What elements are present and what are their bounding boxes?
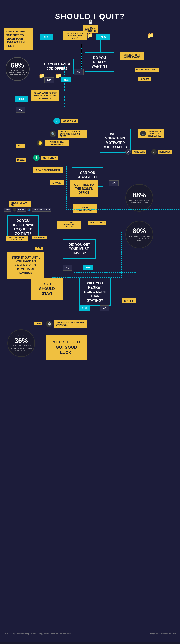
dream-label: DREAM (17, 208, 26, 212)
stat-36-prefix: ONLY (19, 334, 24, 336)
but-you-did-label: BUT YOU DID CLICK ON THIS, SO MAYBE... (54, 320, 87, 328)
you-should-go-box: YOU SHOULD GO! GOOD LUCK! (46, 335, 87, 360)
you-should-stay-box: YOU SHOULD STAY! (31, 278, 63, 300)
stat-69-desc: OF WORKERS ARE SEEKING A NEW JOB OR ARE … (6, 69, 29, 76)
yes-but-label: YES, BUT I LIKE WHERE I WORK (120, 52, 144, 60)
balance-icon: ⚖️ (140, 131, 146, 136)
really-want-quit: REALLY WANT TO QUIT WITH NO JOB, IN THIS… (31, 90, 59, 101)
content: SHOULD I QUIT? 🖱️ YOU CLICKED ON THIS RI… (0, 4, 180, 638)
yes-button-2[interactable]: YES (97, 34, 110, 40)
more-cons-label: MORE CONS (132, 150, 146, 154)
will-you-regret: WILL YOU REGRET GOING MORE THAN STAYING? (79, 278, 111, 306)
then-label: THEN (35, 246, 43, 250)
source-text: Sources: Corporate Leadership Council, G… (4, 633, 70, 635)
yes-button-1[interactable]: YES (40, 34, 53, 40)
check-icon-2: ✓ (151, 149, 157, 154)
h-arrow-1 (52, 36, 63, 36)
did-boss-box: DID YOUR BOSS SEND YOU THIS LINK? (63, 31, 87, 40)
cursor-icon: 🖱️ (83, 19, 98, 24)
get-thee-box: GET THEE TO THE BOSS'S OFFICE (70, 180, 98, 197)
folder-2: 📁 (148, 32, 154, 38)
sig-other-row: 👤 SIGNIFICANT OTHER (27, 208, 51, 212)
checkmark-icon: ✓ (53, 118, 60, 124)
good-point-row: ✓ GOOD POINT (53, 118, 78, 124)
start-job-hunt-label: START THE JOB HUNT UNTIL YOU HAVE AN OFF… (58, 130, 87, 138)
stat-36-desc: HAVE A HIGH LEVEL OF INTENT TO STAY IN T… (8, 345, 35, 352)
cloud-icon: ☁ (13, 208, 16, 212)
boss-nightmare-label: MY BOSS IS A NIGHTMARE (45, 140, 69, 146)
not-really: NOT REALLY (32, 236, 47, 240)
no-label-1: NO (74, 69, 83, 75)
no-must-haves: NO (63, 265, 72, 271)
then-2-label: THEN (34, 322, 42, 326)
mo-money-label: MO' MONEY! (41, 156, 58, 160)
not-sure: NOT SURE (138, 77, 151, 81)
x-icon: ✕ (125, 149, 131, 154)
stat-69-number: 69% (11, 62, 24, 69)
no-regret: NO (100, 306, 109, 311)
smiley-icon: 😐 (37, 140, 43, 146)
more-cons-row: ✕ MORE CONS (125, 149, 146, 154)
mouse-icon-2: 🖱️ (46, 321, 53, 327)
dream-row: ☁ DREAM (13, 208, 26, 212)
make-lists-label: MAKE LISTS TO SEE IF THERE ARE... (147, 130, 162, 137)
folder-3: 📁 (39, 73, 45, 79)
but-label: BUT... (16, 144, 25, 148)
i-must-follow: I MUST FOLLOW MY... (9, 200, 31, 207)
boss-nightmare-row: 😐 MY BOSS IS A NIGHTMARE (37, 140, 69, 146)
no-job-offer: NO (44, 77, 54, 83)
stat-88-desc: LEAVE FOR SOMETHING OTHER THAN MONEY (126, 199, 152, 204)
v-line-2 (81, 44, 82, 72)
stat-69-circle: 69% OF WORKERS ARE SEEKING A NEW JOB OR … (6, 57, 30, 81)
person-icon: 👤 (27, 208, 31, 212)
counter-offer-label: COUNTER OFFER (87, 221, 106, 225)
stick-it-out-box: STICK IT OUT UNTIL YOU HAVE AN OFFER OR … (7, 252, 44, 278)
maybe-regret: MAYBE (122, 298, 136, 303)
sig-other-label: SIGNIFICANT OTHER (32, 208, 51, 212)
what-happened: WHAT HAPPENED? (73, 204, 97, 214)
job-offer-question: DO YOU HAVE A JOB OFFER? (41, 59, 74, 74)
no-can-change: NO (109, 180, 119, 186)
stat-88-number: 88% (133, 191, 146, 199)
left-panel: CAN'T DECIDE WHETHER TO LEAVE YOUR JOB? … (4, 28, 33, 50)
yes-left[interactable]: YES (15, 96, 28, 102)
start-job-hunt-row: 🔍 START THE JOB HUNT UNTIL YOU HAVE AN O… (50, 130, 87, 138)
folder-4: 📁 (55, 73, 62, 79)
yes-not-scared: YES, BUT NOT SCARED (135, 68, 159, 72)
yes-regret[interactable]: YES (79, 306, 90, 310)
bliss-label: BLISS (4, 208, 11, 212)
design-text: Design by Julia Rivera / bbc.com (149, 633, 176, 635)
follow-options: BLISS ☁ DREAM 👤 SIGNIFICANT OTHER (4, 208, 51, 212)
no-really-want: NO (16, 107, 26, 112)
really-want-it: DO YOU REALLY WANT IT? (85, 52, 114, 72)
did-get-must-haves: DID YOU GET YOUR MUST-HAVES? (63, 239, 96, 259)
v-line-1 (100, 40, 101, 52)
infographic: SHOULD I QUIT? 🖱️ YOU CLICKED ON THIS RI… (0, 0, 180, 642)
folder-1: 📁 (87, 32, 93, 38)
good-point-label: GOOD POINT (61, 119, 78, 123)
dollar-icon: $ (33, 154, 40, 161)
yes-job-offer[interactable]: YES (61, 77, 71, 82)
more-pros-row: ✓ MORE PROS (151, 149, 172, 154)
runaround-label: I GOT THE RUNAROUND. CLASSIC. (57, 221, 81, 229)
yes-dream: YES, THE DREAM TAKES TIME! (6, 236, 28, 242)
stat-80-desc: WHO ACCEPT A COUNTER-OFFER LEAVE WITHIN … (126, 235, 152, 242)
yes-must-haves[interactable]: YES (83, 265, 93, 270)
more-pros-label: MORE PROS (158, 150, 172, 154)
search-icon: 🔍 (50, 131, 56, 137)
stat-36-number: 36% (15, 337, 28, 345)
stat-88-circle: 88% LEAVE FOR SOMETHING OTHER THAN MONEY (125, 184, 153, 212)
but-you-did-row: 🖱️ BUT YOU DID CLICK ON THIS, SO MAYBE..… (46, 320, 87, 328)
stat-80-number: 80% (133, 227, 146, 235)
stat-36-circle: ONLY 36% HAVE A HIGH LEVEL OF INTENT TO … (7, 329, 35, 357)
new-opportunities-label: NEW OPPORTUNITIES (33, 168, 62, 173)
maybe-label: MAYBE (50, 180, 64, 186)
i-need-label: I NEED... (16, 158, 26, 162)
mo-money-row: $ MO' MONEY! (33, 154, 58, 161)
make-lists-row: ⚖️ MAKE LISTS TO SEE IF THERE ARE... (138, 129, 164, 138)
stat-80-circle: 80% WHO ACCEPT A COUNTER-OFFER LEAVE WIT… (125, 221, 153, 248)
